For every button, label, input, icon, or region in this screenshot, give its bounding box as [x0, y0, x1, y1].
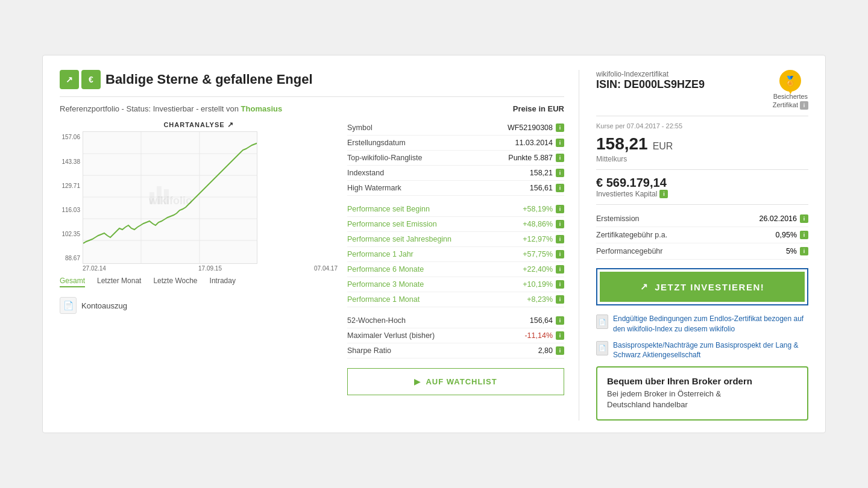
info-badge-verlust[interactable]: i — [556, 331, 564, 340]
info-row-perfgebuehr: Performancegebühr 5% i — [596, 243, 808, 260]
chart-x-labels: 27.02.14 17.09.15 07.04.17 — [60, 264, 338, 272]
kurse-date: Kurse per 07.04.2017 - 22:55 — [596, 122, 808, 130]
medal-icon: 🏅 — [779, 70, 801, 92]
watchlist-label: AUF WATCHLIST — [426, 377, 497, 386]
info-badge-symbol[interactable]: i — [556, 124, 564, 132]
svg-text:wikifolio: wikifolio — [148, 195, 192, 207]
info-badge-perf-1jahr[interactable]: i — [556, 250, 564, 258]
data-row-perf-6monate: Performance 6 Monate +22,40% i — [347, 262, 564, 277]
data-row-erstellung: Erstellungsdatum 11.03.2014 i — [347, 136, 564, 151]
tab-gesamt[interactable]: Gesamt — [60, 277, 85, 287]
data-row-sharpe: Sharpe Ratio 2,80 i — [347, 343, 564, 358]
data-row-perf-3monate: Performance 3 Monate +10,19% i — [347, 277, 564, 292]
info-badge-perfgebuehr[interactable]: i — [800, 247, 808, 255]
doc-link-2: 📄 Basisprospekte/Nachträge zum Basispros… — [596, 340, 808, 361]
subheader-left: Referenzportfolio - Status: Investierbar… — [60, 104, 282, 113]
separator-1 — [347, 196, 564, 202]
price-main: 158,21 EUR — [596, 134, 808, 154]
cert-label: wikifolio-Indexzertifikat — [596, 70, 705, 78]
invest-label: JETZT INVESTIEREN! — [655, 282, 764, 292]
chart-title: CHARTANALYSE ↗ — [60, 120, 338, 129]
left-panel: ↗ € Baldige Sterne & gefallene Engel Ref… — [60, 70, 579, 420]
euro-icon: € — [81, 70, 101, 89]
portfolio-title: Baldige Sterne & gefallene Engel — [105, 72, 313, 87]
info-badge-perf-jahresbeginn[interactable]: i — [556, 235, 564, 243]
besichert-text: BesichertesZertifikat i — [773, 93, 808, 110]
info-row-gebuehr: Zertifikategebühr p.a. 0,95% i — [596, 227, 808, 243]
doc-link-2-text[interactable]: Basisprospekte/Nachträge zum Basisprospe… — [613, 340, 808, 361]
chart-wrapper: 157.06 143.38 129.71 116.03 102.35 88.67 — [83, 131, 338, 264]
tab-intraday[interactable]: Intraday — [210, 277, 236, 287]
info-badge-erstemission[interactable]: i — [800, 214, 808, 223]
doc-icon-2: 📄 — [596, 341, 608, 355]
kontoauszug-label: Kontoauszug — [81, 301, 127, 310]
info-badge-perf-emission[interactable]: i — [556, 220, 564, 228]
data-row-perf-1jahr: Performance 1 Jahr +57,75% i — [347, 247, 564, 262]
divider-3 — [596, 204, 808, 205]
info-badge-sharpe[interactable]: i — [556, 346, 564, 355]
doc-link-1: 📄 Endgültige Bedingungen zum Endlos-Zert… — [596, 314, 808, 334]
price-value: 158,21 — [596, 134, 648, 154]
broker-title: Bequem über Ihren Broker ordern — [607, 376, 797, 386]
watchlist-icon: ▶ — [414, 377, 421, 386]
info-badge-cert[interactable]: i — [800, 101, 808, 110]
doc-icon-1: 📄 — [596, 314, 608, 329]
kontoauszug-icon: 📄 — [60, 297, 77, 314]
data-row-indexstand: Indexstand 158,21 i — [347, 166, 564, 181]
broker-box: Bequem über Ihren Broker ordern Bei jede… — [596, 366, 808, 420]
info-badge-perf-beginn[interactable]: i — [556, 205, 564, 213]
info-badge-perf-3monate[interactable]: i — [556, 280, 564, 289]
data-row-watermark: High Watermark 156,61 i — [347, 181, 564, 196]
tab-letzter-monat[interactable]: Letzter Monat — [97, 277, 141, 287]
invest-button[interactable]: ↗ JETZT INVESTIEREN! — [600, 272, 805, 302]
info-badge-indexstand[interactable]: i — [556, 169, 564, 177]
data-row-symbol: Symbol WF52190308 i — [347, 120, 564, 136]
chart-tabs: Gesamt Letzter Monat Letzte Woche Intrad… — [60, 277, 338, 287]
kontoauszug[interactable]: 📄 Kontoauszug — [60, 297, 338, 314]
watchlist-button[interactable]: ▶ AUF WATCHLIST — [347, 368, 564, 395]
broker-desc: Bei jedem Broker in Österreich &Deutschl… — [607, 389, 797, 410]
invested-label: Investiertes Kapital i — [596, 190, 808, 198]
info-badge-perf-6monate[interactable]: i — [556, 265, 564, 274]
info-row-erstemission: Erstemission 26.02.2016 i — [596, 211, 808, 227]
svg-rect-8 — [149, 192, 154, 204]
svg-rect-9 — [157, 186, 162, 204]
invest-icon: ↗ — [640, 281, 649, 292]
performance-icon: ↗ — [60, 70, 79, 89]
data-row-perf-beginn: Performance seit Beginn +58,19% i — [347, 202, 564, 217]
info-badge-invested[interactable]: i — [659, 190, 668, 198]
header-icons: ↗ € — [60, 70, 101, 89]
info-badge-watermark[interactable]: i — [556, 184, 564, 192]
divider-1 — [596, 116, 808, 116]
tab-letzte-woche[interactable]: Letzte Woche — [153, 277, 197, 287]
chart-y-labels: 157.06 143.38 129.71 116.03 102.35 88.67 — [60, 131, 83, 264]
divider-2 — [596, 169, 808, 170]
data-row-perf-emission: Performance seit Emission +48,86% i — [347, 217, 564, 232]
invest-btn-wrap: ↗ JETZT INVESTIEREN! — [596, 268, 808, 305]
main-card: ↗ € Baldige Sterne & gefallene Engel Ref… — [42, 55, 826, 433]
info-badge-gebuehr[interactable]: i — [800, 231, 808, 239]
right-top: wikifolio-Indexzertifikat ISIN: DE000LS9… — [596, 70, 808, 110]
data-row-verlust: Maximaler Verlust (bisher) -11,14% i — [347, 328, 564, 343]
chart-area: CHARTANALYSE ↗ 157.06 143.38 129.71 116.… — [60, 120, 564, 395]
doc-link-1-text[interactable]: Endgültige Bedingungen zum Endlos-Zertif… — [613, 314, 808, 334]
expand-icon[interactable]: ↗ — [227, 120, 234, 129]
chart-container: CHARTANALYSE ↗ 157.06 143.38 129.71 116.… — [60, 120, 338, 395]
data-row-perf-jahresbeginn: Performance seit Jahresbeginn +12,97% i — [347, 232, 564, 247]
data-row-52wochen: 52-Wochen-Hoch 156,64 i — [347, 313, 564, 328]
info-badge-52wochen[interactable]: i — [556, 316, 564, 325]
right-panel: wikifolio-Indexzertifikat ISIN: DE000LS9… — [579, 70, 808, 420]
price-label: Preise in EUR — [513, 104, 564, 113]
isin-label: ISIN: DE000LS9HZE9 — [596, 78, 705, 91]
svg-rect-10 — [164, 189, 169, 204]
author-link[interactable]: Thomasius — [241, 104, 283, 113]
info-badge-perf-1monat[interactable]: i — [556, 295, 564, 304]
portfolio-subheader: Referenzportfolio - Status: Investierbar… — [60, 104, 564, 113]
info-badge-erstellung[interactable]: i — [556, 139, 564, 147]
separator-2 — [347, 307, 564, 313]
cert-info: wikifolio-Indexzertifikat ISIN: DE000LS9… — [596, 70, 705, 91]
info-badge-rangliste[interactable]: i — [556, 154, 564, 162]
price-currency: EUR — [653, 141, 673, 152]
mittelkurs: Mittelkurs — [596, 155, 808, 163]
data-row-perf-1monat: Performance 1 Monat +8,23% i — [347, 292, 564, 307]
